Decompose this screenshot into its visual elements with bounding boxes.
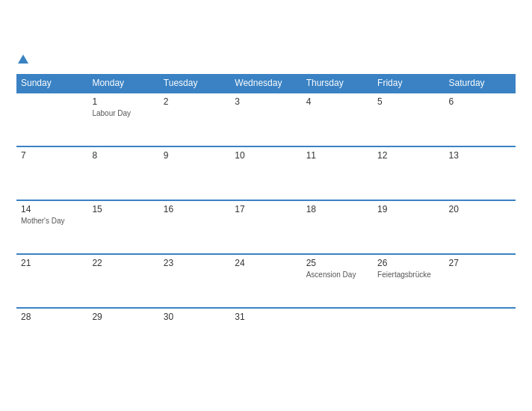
calendar-cell: 28 [16, 308, 87, 362]
calendar-cell: 21 [16, 254, 87, 308]
col-header-sunday: Sunday [16, 74, 87, 93]
page-header [16, 53, 516, 65]
calendar-cell: 7 [16, 146, 87, 200]
col-header-thursday: Thursday [302, 74, 373, 93]
calendar-cell: 4 [302, 93, 373, 146]
day-number: 26 [377, 258, 439, 268]
col-header-friday: Friday [373, 74, 444, 93]
col-header-saturday: Saturday [445, 74, 516, 93]
calendar-cell: 11 [302, 146, 373, 200]
day-event: Mother's Day [21, 216, 83, 226]
calendar-cell: 5 [373, 93, 444, 146]
calendar-body: 1Labour Day234567891011121314Mother's Da… [16, 93, 516, 362]
calendar-cell [445, 308, 516, 362]
day-number: 18 [306, 204, 368, 214]
calendar-cell: 3 [230, 93, 301, 146]
day-number: 27 [449, 258, 511, 268]
day-number: 10 [235, 150, 297, 161]
day-event: Labour Day [92, 108, 154, 118]
calendar-cell: 23 [159, 254, 230, 308]
calendar-cell: 26Feiertagsbrücke [373, 254, 444, 308]
calendar-week-row: 78910111213 [16, 146, 516, 200]
day-number: 6 [449, 96, 511, 107]
day-number: 30 [164, 312, 226, 322]
day-number: 24 [235, 258, 297, 268]
calendar-cell: 29 [87, 308, 158, 362]
day-number: 14 [21, 204, 83, 214]
calendar-cell [16, 93, 87, 146]
calendar-cell: 19 [373, 200, 444, 254]
calendar-cell: 10 [230, 146, 301, 200]
day-event: Ascension Day [306, 270, 368, 279]
day-number: 12 [377, 150, 439, 161]
day-number: 9 [164, 150, 226, 161]
day-number: 13 [449, 150, 511, 161]
day-number: 1 [92, 96, 154, 107]
logo [16, 53, 28, 65]
day-number: 29 [92, 312, 154, 322]
calendar-cell: 22 [87, 254, 158, 308]
day-number: 17 [235, 204, 297, 214]
calendar-cell: 17 [230, 200, 301, 254]
calendar-cell: 8 [87, 146, 158, 200]
day-number: 7 [21, 150, 83, 161]
logo-top [16, 53, 28, 65]
day-number: 20 [449, 204, 511, 214]
calendar-cell: 2 [159, 93, 230, 146]
day-number: 16 [164, 204, 226, 214]
calendar-cell: 27 [445, 254, 516, 308]
calendar-page: SundayMondayTuesdayWednesdayThursdayFrid… [7, 41, 525, 371]
calendar-cell: 16 [159, 200, 230, 254]
day-number: 31 [235, 312, 297, 322]
calendar-week-row: 28293031 [16, 308, 516, 362]
calendar-cell: 24 [230, 254, 301, 308]
calendar-cell: 15 [87, 200, 158, 254]
calendar-table: SundayMondayTuesdayWednesdayThursdayFrid… [16, 74, 516, 362]
day-number: 3 [235, 96, 297, 107]
calendar-cell: 14Mother's Day [16, 200, 87, 254]
calendar-cell: 1Labour Day [87, 93, 158, 146]
day-number: 5 [377, 96, 439, 107]
calendar-cell: 20 [445, 200, 516, 254]
calendar-cell [373, 308, 444, 362]
col-header-monday: Monday [87, 74, 158, 93]
calendar-header: SundayMondayTuesdayWednesdayThursdayFrid… [16, 74, 516, 93]
calendar-cell: 30 [159, 308, 230, 362]
day-event: Feiertagsbrücke [377, 270, 439, 279]
calendar-cell [302, 308, 373, 362]
col-header-wednesday: Wednesday [230, 74, 301, 93]
calendar-cell: 25Ascension Day [302, 254, 373, 308]
calendar-week-row: 2122232425Ascension Day26Feiertagsbrücke… [16, 254, 516, 308]
calendar-cell: 18 [302, 200, 373, 254]
day-number: 25 [306, 258, 368, 268]
calendar-week-row: 1Labour Day23456 [16, 93, 516, 146]
day-number: 19 [377, 204, 439, 214]
col-header-tuesday: Tuesday [159, 74, 230, 93]
day-number: 28 [21, 312, 83, 322]
calendar-cell: 6 [445, 93, 516, 146]
day-number: 4 [306, 96, 368, 107]
day-number: 15 [92, 204, 154, 214]
day-number: 11 [306, 150, 368, 161]
calendar-cell: 31 [230, 308, 301, 362]
day-number: 8 [92, 150, 154, 161]
calendar-cell: 9 [159, 146, 230, 200]
day-number: 22 [92, 258, 154, 268]
day-number: 21 [21, 258, 83, 268]
calendar-cell: 13 [445, 146, 516, 200]
calendar-cell: 12 [373, 146, 444, 200]
calendar-week-row: 14Mother's Day151617181920 [16, 200, 516, 254]
day-headers-row: SundayMondayTuesdayWednesdayThursdayFrid… [16, 74, 516, 93]
day-number: 2 [164, 96, 226, 107]
logo-triangle-icon [18, 55, 28, 64]
day-number: 23 [164, 258, 226, 268]
